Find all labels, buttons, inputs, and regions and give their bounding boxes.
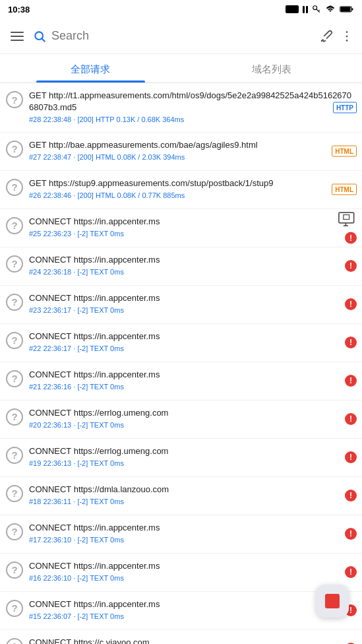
request-url: CONNECT https://in.appcenter.ms <box>29 369 355 381</box>
error-indicator: ! <box>345 490 357 501</box>
svg-rect-12 <box>344 215 349 220</box>
list-item[interactable]: ?GET http://bae.appmeasurements.com/bae/… <box>0 133 362 171</box>
request-content: CONNECT https://in.appcenter.ms#22 22:36… <box>29 331 355 354</box>
tab-domain-list[interactable]: 域名列表 <box>181 54 363 82</box>
svg-rect-4 <box>341 7 351 11</box>
list-item[interactable]: ?CONNECT https://in.appcenter.ms#16 22:3… <box>0 554 362 592</box>
request-url: CONNECT https://dmla.lanzouo.com <box>29 484 355 496</box>
request-badge: ! <box>338 212 357 244</box>
request-type-icon: ? <box>5 139 24 158</box>
request-list: ?GET http://t1.appmeasurements.com/html/… <box>0 83 362 644</box>
request-badge: ! <box>345 260 357 272</box>
tabs: 全部请求 域名列表 <box>0 54 362 83</box>
pause-icon <box>303 6 308 13</box>
status-time: 10:38 <box>8 5 30 15</box>
request-content: GET http://t1.appmeasurements.com/html/o… <box>29 90 355 125</box>
request-meta: #25 22:36:23 · [-2] TEXT 0ms <box>29 229 355 239</box>
request-meta: #22 22:36:17 · [-2] TEXT 0ms <box>29 344 355 354</box>
request-meta: #28 22:38:48 · [200] HTTP 0.13K / 0.68K … <box>29 115 355 125</box>
request-badge: ! <box>345 451 357 463</box>
more-icon[interactable] <box>340 29 354 44</box>
request-badge: HTML <box>332 146 357 157</box>
request-content: CONNECT https://errlog.umeng.com#20 22:3… <box>29 407 355 431</box>
request-url: GET http://bae.appmeasurements.com/bae/a… <box>29 139 355 151</box>
svg-line-7 <box>42 38 45 42</box>
request-type-icon: ? <box>5 637 24 644</box>
request-content: CONNECT https://in.appcenter.ms#17 22:36… <box>29 522 355 546</box>
list-item[interactable]: ?CONNECT https://dmla.lanzouo.com#18 22:… <box>0 477 362 515</box>
request-url: CONNECT https://in.appcenter.ms <box>29 560 355 572</box>
request-badge: ! <box>345 337 357 348</box>
error-indicator: ! <box>345 413 357 425</box>
svg-line-2 <box>319 10 320 11</box>
list-item[interactable]: ?CONNECT https://in.appcenter.ms#17 22:3… <box>0 515 362 554</box>
list-item[interactable]: ?CONNECT https://in.appcenter.ms#15 22:3… <box>0 592 362 630</box>
fab-stop-button[interactable] <box>316 585 349 618</box>
request-meta: #17 22:36:10 · [-2] TEXT 0ms <box>29 535 355 545</box>
list-item[interactable]: ?GET https://stup9.appmeasurements.com/s… <box>0 171 362 209</box>
list-item[interactable]: ?CONNECT https://in.appcenter.ms#22 22:3… <box>0 324 362 362</box>
error-indicator: ! <box>345 232 357 244</box>
request-badge: HTML <box>332 184 357 195</box>
list-item[interactable]: ?CONNECT https://in.appcenter.ms#24 22:3… <box>0 247 362 286</box>
badge-type-label: HTTP <box>333 102 357 113</box>
list-item[interactable]: ?CONNECT https://in.appcenter.ms#23 22:3… <box>0 286 362 324</box>
list-item[interactable]: ?CONNECT https://errlog.umeng.com#20 22:… <box>0 401 362 439</box>
error-indicator: ! <box>345 337 357 348</box>
request-content: CONNECT https://in.appcenter.ms#21 22:36… <box>29 369 355 393</box>
request-badge: ! <box>345 528 357 540</box>
brush-icon[interactable] <box>318 29 333 44</box>
search-bar[interactable]: Search <box>33 29 312 43</box>
list-item[interactable]: ?CONNECT https://errlog.umeng.com#19 22:… <box>0 439 362 477</box>
top-bar-actions <box>318 29 354 44</box>
request-type-icon: ? <box>5 560 24 579</box>
request-meta: #24 22:36:18 · [-2] TEXT 0ms <box>29 267 355 277</box>
search-icon <box>33 30 46 43</box>
battery-icon <box>340 5 354 13</box>
menu-button[interactable] <box>8 29 26 44</box>
request-meta: #19 22:36:13 · [-2] TEXT 0ms <box>29 459 355 468</box>
request-content: CONNECT https://in.appcenter.ms#15 22:36… <box>29 598 355 622</box>
screen-icon <box>286 5 299 13</box>
request-type-icon: ? <box>5 254 24 273</box>
request-type-icon: ? <box>5 292 24 311</box>
request-content: CONNECT https://c.viayoo.com#14 22:36:04… <box>29 637 355 644</box>
request-meta: #16 22:36:10 · [-2] TEXT 0ms <box>29 573 355 583</box>
request-url: CONNECT https://errlog.umeng.com <box>29 407 355 419</box>
list-item[interactable]: ?CONNECT https://c.viayoo.com#14 22:36:0… <box>0 630 362 644</box>
request-badge: ! <box>345 298 357 310</box>
request-content: CONNECT https://in.appcenter.ms#24 22:36… <box>29 254 355 278</box>
request-url: GET https://stup9.appmeasurements.com/st… <box>29 177 355 189</box>
svg-point-0 <box>313 6 317 10</box>
request-url: CONNECT https://in.appcenter.ms <box>29 598 355 610</box>
error-indicator: ! <box>345 451 357 463</box>
request-url: CONNECT https://in.appcenter.ms <box>29 522 355 534</box>
list-item[interactable]: ?CONNECT https://in.appcenter.ms#25 22:3… <box>0 209 362 247</box>
request-type-icon: ? <box>5 598 24 617</box>
error-indicator: ! <box>345 260 357 272</box>
request-url: CONNECT https://in.appcenter.ms <box>29 331 355 342</box>
list-item[interactable]: ?CONNECT https://in.appcenter.ms#21 22:3… <box>0 362 362 401</box>
key-icon <box>312 5 321 14</box>
badge-type-label: HTML <box>332 146 357 157</box>
svg-rect-5 <box>351 8 353 10</box>
stop-icon <box>325 594 340 608</box>
request-type-icon: ? <box>5 407 24 426</box>
svg-point-10 <box>346 40 348 42</box>
request-type-icon: ? <box>5 216 24 234</box>
error-indicator: ! <box>345 375 357 387</box>
request-url: GET http://t1.appmeasurements.com/html/o… <box>29 90 355 113</box>
error-indicator: ! <box>345 566 357 578</box>
list-item[interactable]: ?GET http://t1.appmeasurements.com/html/… <box>0 83 362 133</box>
request-content: CONNECT https://in.appcenter.ms#16 22:36… <box>29 560 355 584</box>
request-url: CONNECT https://in.appcenter.ms <box>29 216 355 228</box>
tab-all-requests[interactable]: 全部请求 <box>0 54 181 82</box>
svg-point-6 <box>35 32 43 40</box>
request-type-icon: ? <box>5 177 24 196</box>
request-type-icon: ? <box>5 331 24 349</box>
request-meta: #15 22:36:07 · [-2] TEXT 0ms <box>29 612 355 622</box>
request-meta: #18 22:36:11 · [-2] TEXT 0ms <box>29 497 355 507</box>
request-url: CONNECT https://in.appcenter.ms <box>29 292 355 304</box>
request-type-icon: ? <box>5 484 24 502</box>
request-meta: #20 22:36:13 · [-2] TEXT 0ms <box>29 420 355 430</box>
